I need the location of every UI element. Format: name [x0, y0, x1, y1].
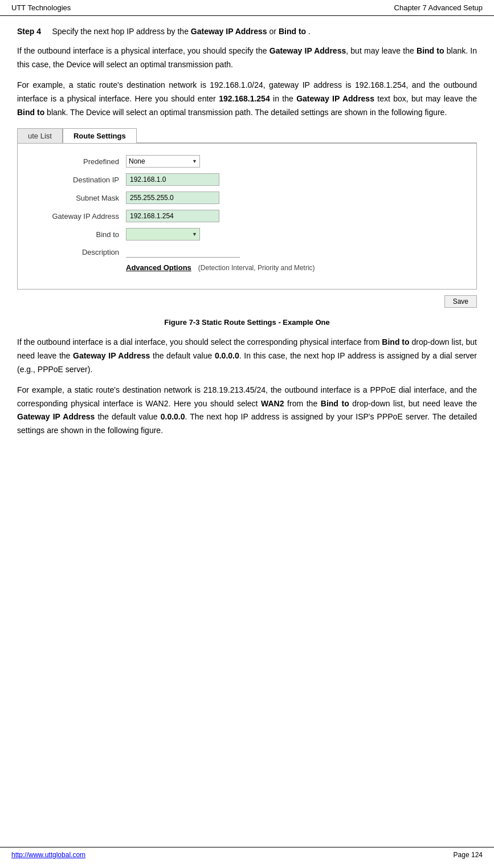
company-name: UTT Technologies: [11, 3, 71, 12]
para4-bold1: WAN2: [261, 399, 284, 408]
para2-bold3: Bind to: [17, 108, 44, 117]
page-number: Page 124: [454, 851, 483, 859]
paragraph-4: For example, a static route's destinatio…: [17, 384, 477, 438]
predefined-select[interactable]: None: [126, 155, 200, 168]
description-label: Description: [35, 248, 126, 256]
page-footer: http://www.uttglobal.com Page 124: [0, 847, 494, 862]
para4-bold2: Bind to: [321, 399, 349, 408]
para3-bold1: Bind to: [382, 337, 409, 347]
figure-caption: Figure 7-3 Static Route Settings - Examp…: [17, 318, 477, 327]
page-content: Step 4 Specify the next hop IP address b…: [0, 16, 494, 479]
step4-text-start: Specify the next hop IP address by the: [43, 27, 191, 36]
form-row-advanced: Advanced Options (Detection Interval, Pr…: [35, 263, 459, 272]
bind-to-label: Bind to: [35, 230, 126, 239]
page-header: UTT Technologies Chapter 7 Advanced Setu…: [0, 0, 494, 16]
tab-route-list[interactable]: ute List: [17, 128, 63, 143]
tab-line: [137, 142, 477, 143]
bind-to-select[interactable]: [126, 228, 200, 241]
form-row-gateway-ip: Gateway IP Address: [35, 210, 459, 222]
step4-paragraph: Step 4 Specify the next hop IP address b…: [17, 25, 477, 38]
paragraph-2: For example, a static route's destinatio…: [17, 79, 477, 119]
step4-mid: or: [270, 27, 279, 36]
description-input[interactable]: [126, 246, 240, 258]
subnet-mask-input[interactable]: [126, 191, 219, 204]
form-row-destination-ip: Destination IP: [35, 173, 459, 186]
step4-label: Step 4: [17, 27, 41, 36]
form-row-subnet-mask: Subnet Mask: [35, 191, 459, 204]
bind-to-select-wrapper[interactable]: [126, 228, 200, 241]
route-settings-form: Predefined None Destination IP Subnet Ma…: [17, 143, 477, 290]
gateway-ip-label: Gateway IP Address: [35, 212, 126, 221]
para2-bold1: 192.168.1.254: [219, 94, 270, 103]
save-button[interactable]: Save: [444, 295, 477, 308]
step4-bold1: Gateway IP Address: [191, 27, 267, 36]
advanced-options-note: (Detection Interval, Priority and Metric…: [198, 264, 315, 272]
step4-bold2: Bind to: [279, 27, 306, 36]
subnet-mask-label: Subnet Mask: [35, 194, 126, 202]
form-row-bind-to: Bind to: [35, 228, 459, 241]
para2-bold2: Gateway IP Address: [296, 94, 374, 103]
chapter-title: Chapter 7 Advanced Setup: [394, 3, 483, 12]
predefined-select-wrapper[interactable]: None: [126, 155, 200, 168]
para1-bold2: Bind to: [417, 46, 444, 55]
para4-bold4: 0.0.0.0: [161, 412, 185, 421]
destination-ip-label: Destination IP: [35, 176, 126, 184]
gateway-ip-input[interactable]: [126, 210, 219, 222]
paragraph-1: If the outbound interface is a physical …: [17, 44, 477, 72]
form-row-description: Description: [35, 246, 459, 258]
destination-ip-input[interactable]: [126, 173, 219, 186]
para4-bold3: Gateway IP Address: [17, 412, 95, 421]
para3-bold3: 0.0.0.0: [215, 351, 239, 360]
paragraph-3: If the outbound interface is a dial inte…: [17, 336, 477, 376]
footer-url[interactable]: http://www.uttglobal.com: [11, 851, 85, 859]
para3-bold2: Gateway IP Address: [73, 351, 150, 360]
tab-container: ute List Route Settings: [17, 128, 477, 143]
form-row-predefined: Predefined None: [35, 155, 459, 168]
tab-route-settings[interactable]: Route Settings: [63, 128, 137, 143]
predefined-label: Predefined: [35, 157, 126, 166]
save-row: Save: [17, 295, 477, 308]
para1-bold1: Gateway IP Address: [270, 46, 346, 55]
step4-end: .: [308, 27, 311, 36]
advanced-options-link[interactable]: Advanced Options: [126, 263, 191, 272]
